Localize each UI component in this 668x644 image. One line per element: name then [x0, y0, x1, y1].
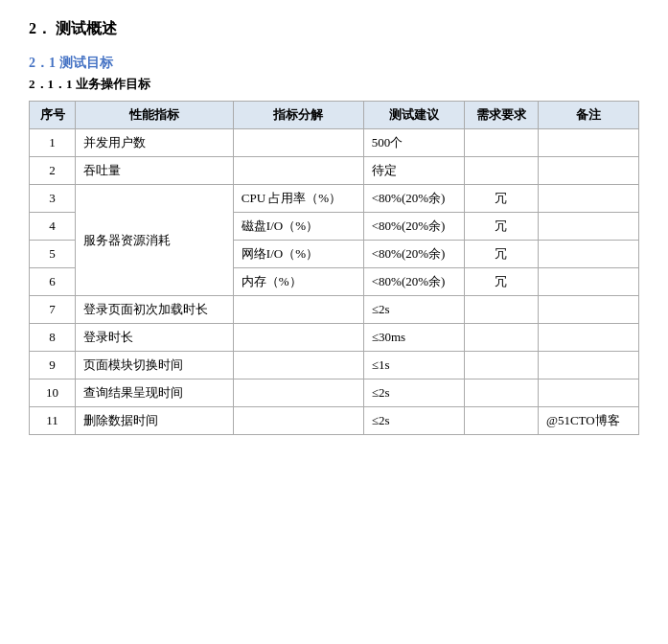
- cell-metric: 删除数据时间: [76, 407, 234, 435]
- cell-note: [538, 352, 638, 380]
- table-row: 9页面模块切换时间≤1s: [30, 352, 639, 380]
- col-header-breakdown: 指标分解: [233, 102, 363, 129]
- sub-sub-title: 2．1．1 业务操作目标: [29, 76, 639, 93]
- cell-id: 3: [30, 185, 76, 213]
- cell-metric: 查询结果呈现时间: [76, 380, 234, 407]
- cell-suggestion: <80%(20%余): [363, 185, 464, 213]
- cell-requirement: 冗: [464, 268, 538, 296]
- table-row: 3服务器资源消耗CPU 占用率（%）<80%(20%余)冗: [30, 185, 639, 213]
- cell-requirement: [464, 380, 538, 407]
- cell-requirement: [464, 129, 538, 157]
- cell-note: [538, 380, 638, 407]
- cell-requirement: [464, 324, 538, 352]
- cell-id: 9: [30, 352, 76, 380]
- sub-title: 2．1 测试目标: [29, 55, 639, 72]
- cell-breakdown: 网络I/O（%）: [233, 241, 363, 268]
- cell-suggestion: ≤2s: [363, 296, 464, 324]
- cell-id: 6: [30, 268, 76, 296]
- cell-suggestion: ≤30ms: [363, 324, 464, 352]
- col-header-id: 序号: [30, 102, 76, 129]
- cell-note: [538, 129, 638, 157]
- cell-suggestion: 待定: [363, 157, 464, 185]
- cell-requirement: [464, 352, 538, 380]
- cell-suggestion: <80%(20%余): [363, 241, 464, 268]
- cell-id: 7: [30, 296, 76, 324]
- cell-id: 1: [30, 129, 76, 157]
- cell-note: @51CTO博客: [538, 407, 638, 435]
- cell-breakdown: [233, 296, 363, 324]
- table-row: 7登录页面初次加载时长≤2s: [30, 296, 639, 324]
- table-row: 2吞吐量待定: [30, 157, 639, 185]
- cell-metric: 并发用户数: [76, 129, 234, 157]
- cell-suggestion: <80%(20%余): [363, 268, 464, 296]
- cell-metric: 登录时长: [76, 324, 234, 352]
- cell-note: [538, 324, 638, 352]
- cell-requirement: 冗: [464, 213, 538, 241]
- cell-note: [538, 241, 638, 268]
- cell-suggestion: ≤2s: [363, 407, 464, 435]
- main-table: 序号 性能指标 指标分解 测试建议 需求要求 备注 1并发用户数500个2吞吐量…: [29, 101, 639, 435]
- cell-note: [538, 213, 638, 241]
- cell-breakdown: [233, 407, 363, 435]
- cell-note: [538, 185, 638, 213]
- cell-metric: 登录页面初次加载时长: [76, 296, 234, 324]
- cell-id: 2: [30, 157, 76, 185]
- cell-metric: 吞吐量: [76, 157, 234, 185]
- cell-id: 11: [30, 407, 76, 435]
- table-row: 1并发用户数500个: [30, 129, 639, 157]
- cell-suggestion: ≤1s: [363, 352, 464, 380]
- cell-breakdown: [233, 380, 363, 407]
- cell-breakdown: CPU 占用率（%）: [233, 185, 363, 213]
- table-row: 10查询结果呈现时间≤2s: [30, 380, 639, 407]
- cell-suggestion: <80%(20%余): [363, 213, 464, 241]
- section-title: 2． 测试概述: [29, 19, 639, 39]
- cell-id: 10: [30, 380, 76, 407]
- cell-suggestion: ≤2s: [363, 380, 464, 407]
- cell-breakdown: [233, 352, 363, 380]
- cell-breakdown: [233, 129, 363, 157]
- cell-requirement: 冗: [464, 241, 538, 268]
- cell-breakdown: [233, 324, 363, 352]
- col-header-requirement: 需求要求: [464, 102, 538, 129]
- cell-suggestion: 500个: [363, 129, 464, 157]
- cell-requirement: [464, 296, 538, 324]
- table-header-row: 序号 性能指标 指标分解 测试建议 需求要求 备注: [30, 102, 639, 129]
- table-row: 8登录时长≤30ms: [30, 324, 639, 352]
- cell-breakdown: [233, 157, 363, 185]
- cell-metric: 服务器资源消耗: [76, 185, 234, 296]
- cell-metric: 页面模块切换时间: [76, 352, 234, 380]
- table-row: 11删除数据时间≤2s@51CTO博客: [30, 407, 639, 435]
- cell-note: [538, 268, 638, 296]
- col-header-suggestion: 测试建议: [363, 102, 464, 129]
- col-header-metric: 性能指标: [76, 102, 234, 129]
- cell-note: [538, 157, 638, 185]
- cell-id: 4: [30, 213, 76, 241]
- cell-id: 8: [30, 324, 76, 352]
- cell-requirement: [464, 157, 538, 185]
- cell-breakdown: 内存（%）: [233, 268, 363, 296]
- col-header-note: 备注: [538, 102, 638, 129]
- cell-note: [538, 296, 638, 324]
- cell-breakdown: 磁盘I/O（%）: [233, 213, 363, 241]
- cell-requirement: [464, 407, 538, 435]
- cell-requirement: 冗: [464, 185, 538, 213]
- cell-id: 5: [30, 241, 76, 268]
